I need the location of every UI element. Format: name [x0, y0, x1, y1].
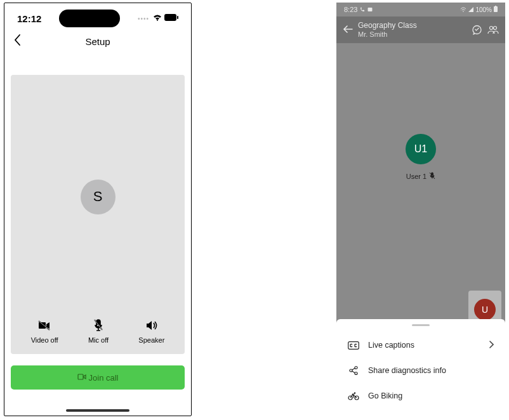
- battery-percent: 100%: [475, 6, 492, 13]
- self-avatar: U: [474, 299, 496, 320]
- speaker-toggle[interactable]: Speaker: [138, 318, 164, 344]
- chevron-right-icon: [489, 340, 494, 350]
- live-captions-item[interactable]: Live captions: [336, 332, 505, 358]
- signal-icon: [468, 6, 473, 13]
- bike-icon: [348, 390, 359, 402]
- call-main-area: U1 User 1 U: [336, 43, 505, 335]
- avatar-container: S: [81, 75, 116, 318]
- status-time: 12:12: [17, 13, 41, 24]
- video-toggle[interactable]: Video off: [31, 318, 58, 344]
- wifi-icon: [153, 14, 162, 23]
- cc-icon: [348, 339, 359, 351]
- status-time: 8:23: [344, 6, 357, 13]
- live-captions-label: Live captions: [368, 341, 414, 350]
- call-title: Geography Class: [358, 21, 466, 30]
- back-button[interactable]: [343, 23, 353, 37]
- svg-line-21: [352, 371, 355, 373]
- svg-point-14: [494, 27, 497, 30]
- svg-point-18: [355, 367, 357, 369]
- svg-rect-10: [495, 6, 496, 6]
- participants-button[interactable]: [487, 24, 499, 36]
- android-statusbar: 8:23 ⁺ 100%: [336, 3, 505, 16]
- nav-bar: Setup: [4, 30, 191, 56]
- svg-rect-16: [348, 341, 359, 349]
- svg-rect-7: [368, 8, 373, 11]
- svg-point-8: [463, 11, 465, 12]
- home-indicator: [66, 409, 129, 412]
- camera-icon: [77, 373, 86, 383]
- share-diagnostics-label: Share diagnostics info: [368, 366, 446, 375]
- mic-muted-icon: [429, 172, 435, 181]
- message-notification-icon: [367, 6, 373, 13]
- battery-icon: [494, 6, 498, 13]
- go-biking-item[interactable]: Go Biking: [336, 383, 505, 409]
- svg-point-19: [355, 372, 357, 375]
- bottom-sheet: Live captions Share diagnostics info Go …: [336, 319, 505, 416]
- media-controls-row: Video off Mic off Speaker: [11, 318, 185, 346]
- svg-point-13: [490, 27, 493, 30]
- phone-icon: [360, 6, 365, 13]
- speaker-toggle-label: Speaker: [138, 336, 164, 344]
- chat-button[interactable]: [471, 24, 482, 36]
- mic-toggle-label: Mic off: [88, 336, 109, 344]
- page-title: Setup: [4, 36, 191, 47]
- svg-rect-11: [494, 6, 498, 12]
- dynamic-island: [59, 10, 120, 27]
- mic-toggle[interactable]: Mic off: [88, 318, 109, 344]
- svg-rect-1: [177, 16, 178, 19]
- share-icon: [348, 365, 359, 376]
- call-subtitle: Mr. Smith: [358, 30, 466, 39]
- go-biking-label: Go Biking: [368, 391, 402, 400]
- svg-rect-6: [78, 374, 83, 379]
- svg-rect-0: [164, 14, 176, 21]
- battery-icon: [164, 14, 178, 23]
- svg-line-20: [352, 368, 355, 370]
- svg-point-24: [354, 392, 355, 393]
- call-header: Geography Class Mr. Smith: [336, 16, 505, 43]
- status-dots-icon: ••••: [138, 15, 149, 22]
- status-icons: ••••: [138, 14, 178, 23]
- svg-point-17: [350, 369, 352, 372]
- android-phone-frame: 8:23 ⁺ 100% Geography Class: [336, 3, 505, 416]
- video-preview-area: S Video off Mic off Speaker: [11, 75, 185, 354]
- svg-text:⁺: ⁺: [460, 9, 461, 12]
- join-call-label: Join call: [89, 373, 119, 383]
- video-off-icon: [37, 318, 51, 332]
- ios-statusbar: 12:12 ••••: [4, 3, 191, 30]
- sheet-drag-handle[interactable]: [412, 324, 430, 326]
- join-call-button[interactable]: Join call: [11, 365, 185, 390]
- participant-avatar: U1: [406, 134, 436, 164]
- participant-name: User 1: [406, 173, 426, 180]
- share-diagnostics-item[interactable]: Share diagnostics info: [336, 358, 505, 383]
- speaker-icon: [145, 318, 159, 332]
- participant-label: User 1: [406, 172, 435, 181]
- data-icon: ⁺: [460, 6, 466, 13]
- user-avatar: S: [81, 180, 116, 214]
- ios-phone-frame: 12:12 •••• Setup S Video off: [4, 3, 192, 416]
- mic-off-icon: [91, 318, 105, 332]
- video-toggle-label: Video off: [31, 336, 58, 344]
